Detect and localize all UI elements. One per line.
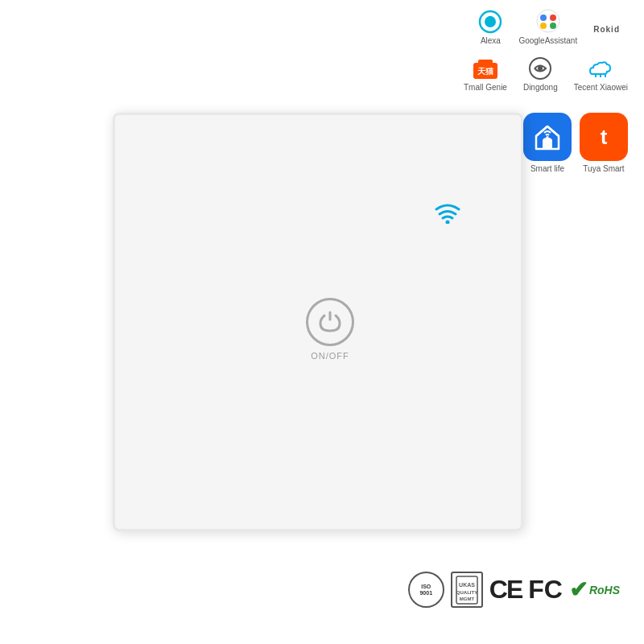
- wifi-icon-container: [435, 201, 460, 227]
- dingdong-item: Dingdong: [523, 56, 558, 92]
- svg-point-6: [540, 23, 547, 29]
- fc-cert: FC: [528, 575, 563, 605]
- switch-panel: ON/OFF: [113, 113, 523, 531]
- rokid-item: Rokid: [593, 25, 620, 45]
- google-assistant-label: GoogleAssistant: [518, 36, 577, 45]
- rohs-label: RoHS: [589, 584, 620, 597]
- smart-life-label: Smart life: [530, 164, 564, 173]
- certification-row: ISO 9001 UKAS QUALITY MGMT CE FC ✔ RoHS: [408, 572, 620, 608]
- svg-rect-9: [478, 60, 493, 66]
- svg-point-12: [538, 66, 543, 71]
- on-off-label: ON/OFF: [311, 351, 349, 361]
- alexa-icon: [478, 10, 502, 34]
- svg-point-3: [537, 10, 559, 32]
- svg-text:MGMT: MGMT: [460, 597, 475, 601]
- power-button-area[interactable]: ON/OFF: [306, 298, 354, 361]
- tmall-genie-icon: 天猫: [472, 56, 499, 80]
- google-assistant-item: GoogleAssistant: [518, 8, 577, 45]
- tuya-smart-icon: t: [580, 113, 628, 161]
- rokid-logo-text: Rokid: [593, 25, 620, 34]
- smart-life-icon: [523, 113, 572, 161]
- svg-text:UKAS: UKAS: [459, 582, 475, 588]
- iso-number: 9001: [419, 590, 432, 597]
- svg-text:QUALITY: QUALITY: [456, 590, 477, 595]
- svg-point-7: [550, 23, 556, 29]
- tuya-smart-label: Tuya Smart: [583, 164, 624, 173]
- alexa-item: Alexa: [478, 10, 502, 45]
- power-button[interactable]: [306, 298, 354, 346]
- tecent-label: Tecent Xiaowei: [574, 83, 628, 92]
- svg-text:天猫: 天猫: [477, 67, 494, 76]
- svg-point-15: [446, 221, 450, 225]
- ukas-icon-svg: UKAS QUALITY MGMT: [456, 576, 478, 605]
- alexa-label: Alexa: [481, 36, 501, 45]
- rohs-checkmark: ✔: [569, 576, 588, 603]
- iso-cert: ISO 9001: [408, 572, 444, 608]
- ukas-cert: UKAS QUALITY MGMT: [451, 572, 483, 608]
- tmall-label: Tmall Genie: [464, 83, 507, 92]
- ce-cert: CE: [489, 575, 522, 605]
- wifi-icon: [435, 201, 460, 224]
- svg-text:t: t: [601, 125, 608, 149]
- smart-life-house-svg: [532, 122, 563, 152]
- google-assistant-icon: [535, 8, 561, 34]
- tecent-item: Tecent Xiaowei: [574, 58, 628, 92]
- tmall-item: 天猫 Tmall Genie: [464, 56, 507, 92]
- tecent-xiaowei-icon: [588, 58, 613, 80]
- svg-point-13: [547, 136, 549, 138]
- dingdong-label: Dingdong: [523, 83, 558, 92]
- tuya-smart-logo-svg: t: [588, 122, 619, 152]
- rohs-cert: ✔ RoHS: [569, 576, 620, 603]
- voice-assistants-row1: Alexa GoogleAssistant Rokid: [478, 8, 620, 45]
- tuya-smart-item: t Tuya Smart: [580, 113, 628, 173]
- dingdong-icon: [528, 56, 552, 80]
- iso-text: ISO: [421, 584, 431, 590]
- rokid-label: [605, 36, 608, 45]
- smart-life-item: Smart life: [523, 113, 572, 173]
- svg-point-2: [487, 16, 493, 24]
- svg-point-5: [550, 14, 556, 21]
- svg-point-4: [540, 14, 547, 21]
- app-icons-row: Smart life t Tuya Smart: [523, 113, 628, 173]
- power-icon-svg: [316, 308, 344, 336]
- voice-assistants-row2: 天猫 Tmall Genie Dingdong Tecent Xiaowei: [464, 56, 628, 92]
